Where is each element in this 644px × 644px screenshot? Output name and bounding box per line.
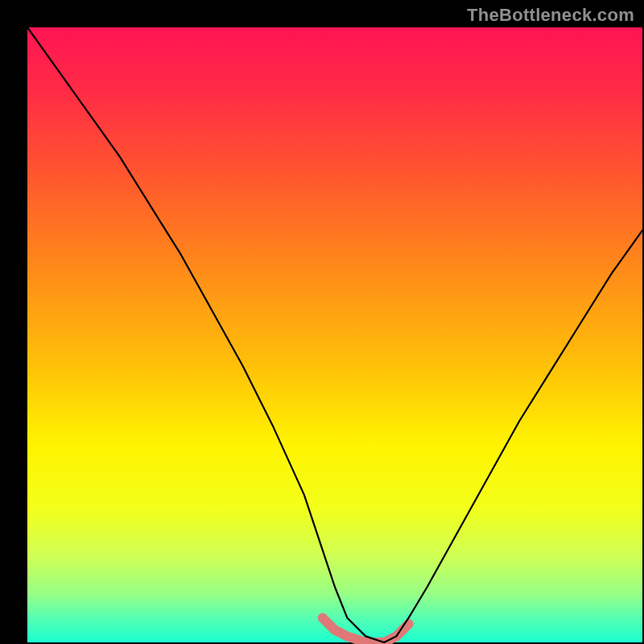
chart-stage: TheBottleneck.com <box>0 0 644 644</box>
watermark-text: TheBottleneck.com <box>467 5 634 26</box>
plot-background <box>27 27 642 642</box>
bottleneck-chart <box>0 0 644 644</box>
